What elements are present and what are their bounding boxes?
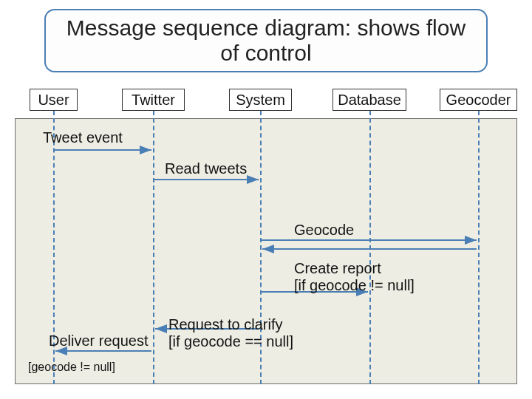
label-request-clarify: Request to clarify [if geocode == null] xyxy=(168,316,293,350)
label-tweet-event: Tweet event xyxy=(43,129,123,146)
label-deliver-request: Deliver request xyxy=(49,332,149,349)
label-deliver-guard: [geocode != null] xyxy=(28,361,115,374)
label-geocode: Geocode xyxy=(294,222,354,239)
label-read-tweets: Read tweets xyxy=(165,160,247,177)
label-create-report: Create report [if geocode != null] xyxy=(294,260,415,294)
